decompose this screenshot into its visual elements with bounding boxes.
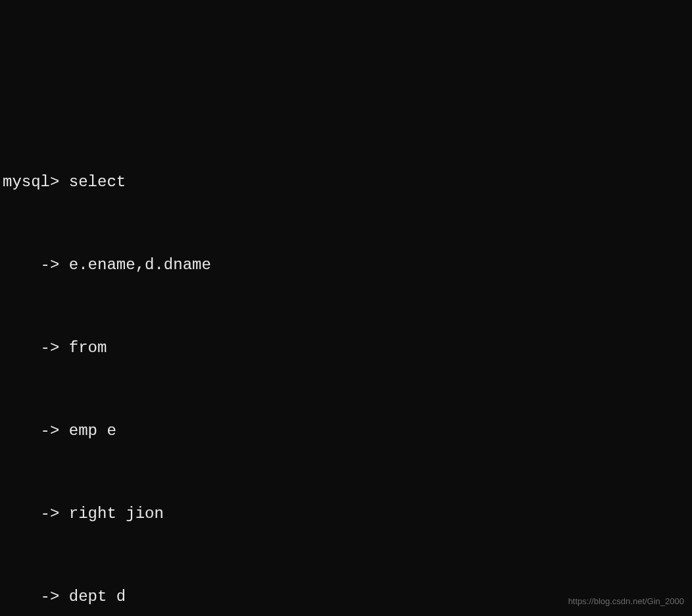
terminal-line: mysql> select: [3, 168, 692, 196]
watermark: https://blog.csdn.net/Gin_2000: [568, 594, 684, 609]
terminal-line: -> emp e: [3, 417, 692, 445]
terminal-line: -> from: [3, 334, 692, 362]
terminal-line: -> right jion: [3, 500, 692, 528]
terminal-line: -> e.ename,d.dname: [3, 251, 692, 279]
terminal-output: mysql> select -> e.ename,d.dname -> from…: [3, 113, 692, 616]
